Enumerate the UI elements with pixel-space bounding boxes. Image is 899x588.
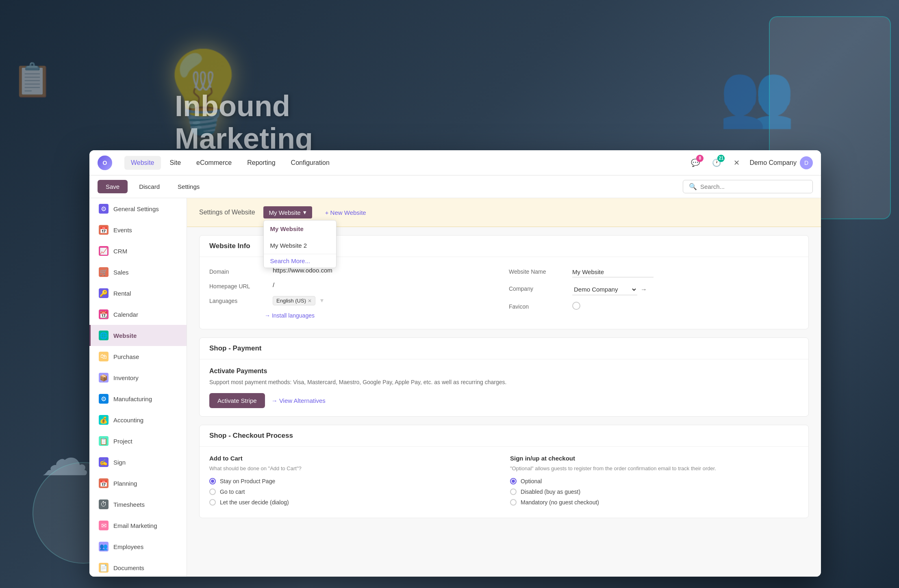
events-icon: 📅 bbox=[99, 225, 109, 235]
languages-label: Languages bbox=[209, 296, 266, 304]
language-dropdown-arrow[interactable]: ▾ bbox=[320, 297, 324, 304]
view-alternatives-link[interactable]: → View Alternatives bbox=[271, 397, 326, 404]
nav-item-ecommerce[interactable]: eCommerce bbox=[190, 156, 238, 170]
sidebar-item-employees[interactable]: 👥 Employees bbox=[89, 536, 187, 557]
sidebar-item-general[interactable]: ⚙ General Settings bbox=[89, 198, 187, 219]
radio-disabled-dot bbox=[510, 489, 517, 495]
sidebar: ⚙ General Settings 📅 Events 📈 CRM 🛒 Sale… bbox=[89, 198, 187, 577]
website-name-input[interactable] bbox=[572, 267, 654, 277]
sidebar-label-employees: Employees bbox=[113, 543, 143, 550]
employees-icon: 👥 bbox=[99, 542, 109, 551]
nav-item-configuration[interactable]: Configuration bbox=[284, 156, 336, 170]
sidebar-label-project: Project bbox=[113, 438, 132, 445]
purchase-icon: 🛍 bbox=[99, 352, 109, 361]
crm-icon: 📈 bbox=[99, 246, 109, 256]
sidebar-item-timesheets[interactable]: ⏱ Timesheets bbox=[89, 494, 187, 515]
cart-option-goto[interactable]: Go to cart bbox=[209, 489, 498, 495]
company-selector[interactable]: Demo Company D bbox=[749, 156, 813, 169]
sidebar-label-sales: Sales bbox=[113, 269, 129, 276]
sidebar-label-events: Events bbox=[113, 227, 132, 233]
homepage-label: Homepage URL bbox=[209, 281, 266, 290]
sidebar-item-manufacturing[interactable]: ⚙ Manufacturing bbox=[89, 388, 187, 409]
company-label: Company bbox=[509, 284, 566, 292]
nav-item-site[interactable]: Site bbox=[163, 156, 188, 170]
company-select-dropdown[interactable]: Demo Company bbox=[572, 284, 637, 295]
nav-item-reporting[interactable]: Reporting bbox=[241, 156, 282, 170]
signin-option-optional-label: Optional bbox=[521, 478, 542, 484]
sidebar-label-manufacturing: Manufacturing bbox=[113, 396, 152, 402]
sidebar-item-project[interactable]: 📋 Project bbox=[89, 430, 187, 452]
cart-option-stay[interactable]: Stay on Product Page bbox=[209, 478, 498, 484]
sidebar-item-inventory[interactable]: 📦 Inventory bbox=[89, 367, 187, 388]
website-select-button[interactable]: My Website ▾ bbox=[263, 206, 312, 218]
language-tag-english: English (US) ✕ bbox=[273, 296, 315, 305]
sidebar-label-calendar: Calendar bbox=[113, 311, 138, 318]
sidebar-item-documents[interactable]: 📄 Documents bbox=[89, 557, 187, 577]
toolbar: Save Discard Settings 🔍 bbox=[89, 175, 821, 198]
sidebar-item-rental[interactable]: 🔑 Rental bbox=[89, 283, 187, 304]
sidebar-item-planning[interactable]: 📅 Planning bbox=[89, 473, 187, 494]
general-icon: ⚙ bbox=[99, 204, 109, 214]
dropdown-item-my-website-2[interactable]: My Website 2 bbox=[264, 237, 336, 254]
messages-button[interactable]: 💬 8 bbox=[688, 156, 703, 170]
add-to-cart-desc: What should be done on "Add to Cart"? bbox=[209, 465, 498, 472]
discard-button[interactable]: Discard bbox=[132, 180, 166, 193]
clock-button[interactable]: 🕐 21 bbox=[709, 156, 724, 170]
website-icon: 🌐 bbox=[99, 331, 109, 340]
sidebar-item-accounting[interactable]: 💰 Accounting bbox=[89, 409, 187, 430]
homepage-value: / bbox=[273, 281, 274, 288]
save-button[interactable]: Save bbox=[98, 180, 128, 193]
manufacturing-icon: ⚙ bbox=[99, 394, 109, 404]
planning-icon: 📅 bbox=[99, 478, 109, 488]
search-box[interactable]: 🔍 bbox=[683, 180, 813, 193]
sidebar-label-website: Website bbox=[113, 332, 137, 339]
nav-item-website[interactable]: Website bbox=[124, 156, 161, 170]
website-name-row: Website Name bbox=[509, 267, 799, 277]
website-dropdown: My Website ▾ My Website My Website 2 Sea… bbox=[263, 206, 312, 218]
nav-items: Website Site eCommerce Reporting Configu… bbox=[124, 156, 676, 170]
signin-option-mandatory[interactable]: Mandatory (no guest checkout) bbox=[510, 499, 799, 506]
sidebar-label-planning: Planning bbox=[113, 480, 137, 487]
inventory-icon: 📦 bbox=[99, 373, 109, 383]
sidebar-item-purchase[interactable]: 🛍 Purchase bbox=[89, 346, 187, 367]
signin-option-disabled[interactable]: Disabled (buy as guest) bbox=[510, 489, 799, 495]
main-content: ⚙ General Settings 📅 Events 📈 CRM 🛒 Sale… bbox=[89, 198, 821, 577]
timesheets-icon: ⏱ bbox=[99, 499, 109, 509]
sidebar-item-sign[interactable]: ✍ Sign bbox=[89, 452, 187, 473]
sign-icon: ✍ bbox=[99, 457, 109, 467]
top-nav: O Website Site eCommerce Reporting Confi… bbox=[89, 150, 821, 175]
favicon-label: Favicon bbox=[509, 302, 566, 310]
close-button[interactable]: ✕ bbox=[730, 157, 743, 169]
search-input[interactable] bbox=[700, 183, 807, 190]
homepage-row: Homepage URL / bbox=[209, 281, 499, 290]
cart-option-dialog[interactable]: Let the user decide (dialog) bbox=[209, 499, 498, 506]
documents-icon: 📄 bbox=[99, 563, 109, 573]
sales-icon: 🛒 bbox=[99, 267, 109, 277]
activate-stripe-button[interactable]: Activate Stripe bbox=[209, 393, 265, 408]
sidebar-label-purchase: Purchase bbox=[113, 353, 139, 360]
messages-badge: 8 bbox=[696, 155, 704, 162]
dropdown-item-my-website[interactable]: My Website bbox=[264, 220, 336, 237]
install-languages-link[interactable]: → Install languages bbox=[265, 312, 315, 319]
sidebar-label-documents: Documents bbox=[113, 564, 144, 571]
add-to-cart-group: Add to Cart What should be done on "Add … bbox=[209, 455, 498, 510]
language-tag-remove[interactable]: ✕ bbox=[308, 298, 312, 304]
sidebar-item-email[interactable]: ✉ Email Marketing bbox=[89, 515, 187, 536]
company-external-link-icon[interactable]: → bbox=[641, 286, 647, 293]
sidebar-item-website[interactable]: 🌐 Website bbox=[89, 325, 187, 346]
sidebar-item-crm[interactable]: 📈 CRM bbox=[89, 240, 187, 262]
sidebar-item-calendar[interactable]: 📆 Calendar bbox=[89, 304, 187, 325]
task-icon: 📋 bbox=[12, 61, 53, 99]
favicon-preview[interactable] bbox=[572, 302, 580, 310]
signin-option-optional[interactable]: Optional bbox=[510, 478, 799, 484]
sidebar-item-sales[interactable]: 🛒 Sales bbox=[89, 262, 187, 283]
new-website-button[interactable]: + New Website bbox=[320, 207, 371, 218]
radio-stay-dot bbox=[209, 478, 216, 484]
dropdown-arrow-icon: ▾ bbox=[303, 209, 306, 216]
project-icon: 📋 bbox=[99, 436, 109, 446]
checkout-grid: Add to Cart What should be done on "Add … bbox=[200, 447, 808, 518]
selected-website-label: My Website bbox=[269, 209, 301, 216]
dropdown-search-more[interactable]: Search More... bbox=[264, 254, 336, 268]
sidebar-item-events[interactable]: 📅 Events bbox=[89, 219, 187, 240]
settings-button[interactable]: Settings bbox=[171, 180, 206, 193]
